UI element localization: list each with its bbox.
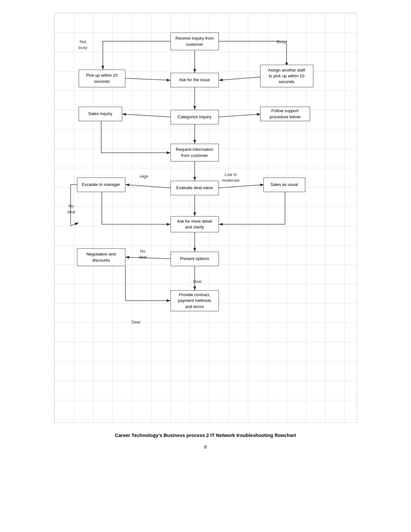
- page: Receive inquiry fromcustomer Ask for the…: [0, 0, 411, 532]
- label-no-deal-2: Nodeal: [139, 248, 147, 260]
- box-escalate: Escalate to manager: [77, 178, 125, 192]
- flowchart: Receive inquiry fromcustomer Ask for the…: [61, 23, 350, 410]
- flowchart-container: Receive inquiry fromcustomer Ask for the…: [54, 13, 357, 423]
- svg-line-3: [219, 77, 261, 80]
- label-high: High: [140, 174, 149, 179]
- box-present: Present options: [171, 252, 219, 266]
- label-busy: Busy: [277, 39, 286, 45]
- label-low-moderate: Low tomoderate: [222, 172, 240, 183]
- box-receive: Receive inquiry fromcustomer: [171, 33, 219, 50]
- box-follow-support: Follow supportprocedure below: [260, 107, 310, 121]
- box-categorize: Categorize inquiry: [171, 110, 219, 124]
- box-sales-inquiry: Sales inquiry: [79, 107, 122, 121]
- label-no-deal-1: Nodeal: [67, 203, 75, 215]
- box-negotiation: Negotiation anddiscounts: [77, 248, 125, 266]
- svg-line-10: [219, 185, 264, 188]
- page-number: 8: [19, 444, 392, 450]
- svg-line-2: [125, 78, 171, 80]
- label-deal-2: Deal: [132, 319, 141, 325]
- svg-line-6: [219, 114, 261, 117]
- svg-line-9: [125, 185, 171, 188]
- box-provide: Provide contract,payment methodsand term…: [171, 290, 219, 311]
- box-request-info: Request informationfrom customer: [171, 144, 219, 161]
- svg-line-5: [122, 114, 171, 117]
- caption: Career Technology's Business process 2 I…: [19, 432, 392, 438]
- box-sales-usual: Sales as usual: [263, 178, 305, 192]
- label-deal-1: Deal: [193, 279, 202, 285]
- box-ask-detail: Ask for more detailand clarify: [171, 216, 219, 232]
- box-ask-issue: Ask for the issue: [171, 73, 219, 87]
- label-not-busy: Notbusy: [79, 39, 87, 51]
- svg-line-13: [125, 257, 171, 259]
- box-pickup: Pick up within 10seconds: [79, 70, 125, 87]
- box-evaluate: Evaluate deal value: [171, 181, 219, 195]
- box-assign: Assign another staffto pick up within 10…: [260, 65, 313, 87]
